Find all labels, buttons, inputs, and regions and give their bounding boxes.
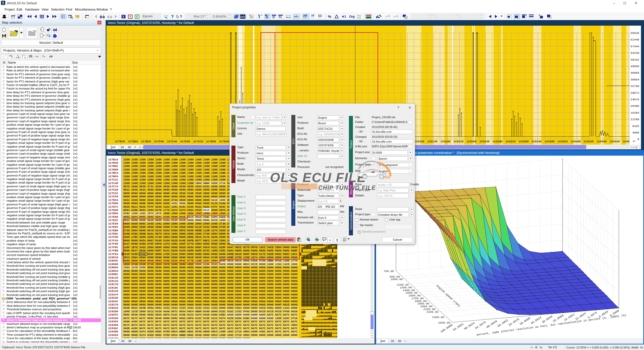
svg-text:HI LO: HI LO <box>286 17 291 18</box>
svg-text:100.0000: 100.0000 <box>440 323 453 334</box>
svg-text:2200.00: 2200.00 <box>426 310 438 314</box>
svg-text:FF: FF <box>311 17 314 19</box>
svg-text:80.0049: 80.0049 <box>486 320 498 329</box>
svg-text:LO HI: LO HI <box>286 15 291 16</box>
svg-text:1000.00: 1000.00 <box>391 278 403 281</box>
svg-text:111: 111 <box>318 17 321 19</box>
svg-text:90.0024: 90.0024 <box>463 321 475 331</box>
svg-text:16: 16 <box>265 16 268 19</box>
svg-text:30.0049: 30.0049 <box>541 315 553 324</box>
svg-text:F1.: F1. <box>279 16 283 19</box>
svg-text:P: P <box>136 15 138 18</box>
svg-text:700.00: 700.00 <box>384 270 394 273</box>
svg-text:50.0000: 50.0000 <box>519 317 531 326</box>
svg-text:59.9976: 59.9976 <box>508 318 520 327</box>
svg-text:F: F <box>123 15 124 18</box>
svg-text:Org: Org <box>357 16 361 19</box>
svg-text:2600.00: 2600.00 <box>438 321 450 324</box>
svg-text:255: 255 <box>303 17 307 19</box>
svg-text:84.9976: 84.9976 <box>474 321 487 330</box>
svg-text:69.9951: 69.9951 <box>497 319 509 328</box>
svg-text:8: 8 <box>259 16 260 19</box>
svg-text:F: F <box>406 17 407 19</box>
svg-text:engine speed (rpm): engine speed (rpm) <box>436 284 461 308</box>
svg-text:?: ? <box>180 14 182 19</box>
svg-text:94.9951: 94.9951 <box>452 322 464 332</box>
svg-text:40.0024: 40.0024 <box>530 316 542 325</box>
svg-text:V: V <box>129 15 132 18</box>
svg-text:2400.00: 2400.00 <box>432 316 444 319</box>
svg-text:32: 32 <box>272 16 275 19</box>
